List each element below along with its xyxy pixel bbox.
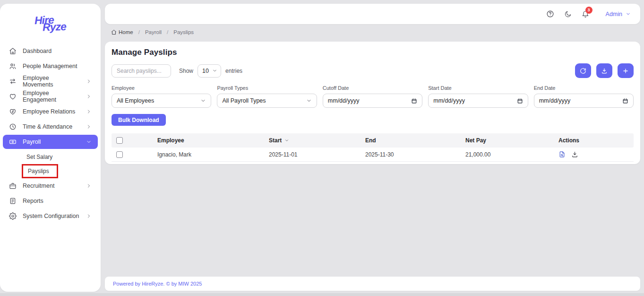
calendar-icon <box>411 98 417 104</box>
help-icon[interactable] <box>546 10 554 18</box>
calendar-icon <box>517 98 523 104</box>
sidebar-item-label: Time & Attendance <box>23 123 72 130</box>
download-payslip-icon[interactable] <box>571 151 578 158</box>
breadcrumb-payroll[interactable]: Payroll <box>145 29 162 35</box>
chevron-down-icon <box>626 11 631 17</box>
payroll-types-select-value: All Payroll Types <box>222 97 266 104</box>
sidebar-item-system-configuration[interactable]: System Configuration <box>3 209 98 223</box>
employee-select-value: All Employees <box>117 97 154 104</box>
report-icon <box>9 197 17 205</box>
start-date-value: mm/dd/yyyy <box>433 97 465 104</box>
sidebar-item-employee-relations[interactable]: Employee Relations <box>3 104 98 119</box>
manage-payslips-card: Manage Payslips Show 10 entries <box>105 42 640 164</box>
header-start[interactable]: Start <box>269 137 365 144</box>
window-bottom-edge <box>0 293 644 296</box>
sidebar-item-label: Recruitment <box>23 183 54 189</box>
sidebar-item-label: Dashboard <box>23 48 52 54</box>
sidebar-subitem-set-salary[interactable]: Set Salary <box>0 150 101 163</box>
filter-label: Payroll Types <box>217 85 317 91</box>
breadcrumb: Home / Payroll / Payslips <box>111 29 194 35</box>
sidebar-item-recruitment[interactable]: Recruitment <box>3 179 98 193</box>
header-end[interactable]: End <box>365 137 465 144</box>
cell-net-pay: 21,000.00 <box>465 151 558 158</box>
filter-label: Employee <box>112 85 211 91</box>
sidebar: Hire Ryze Dashboard People Management <box>0 4 101 292</box>
search-input[interactable] <box>112 64 171 78</box>
gear-icon <box>9 212 17 220</box>
toolbar-row: Show 10 entries <box>112 63 634 78</box>
sidebar-item-reports[interactable]: Reports <box>3 194 98 208</box>
refresh-button[interactable] <box>575 63 591 78</box>
header-net-pay[interactable]: Net Pay <box>465 137 558 144</box>
breadcrumb-separator: / <box>167 29 168 35</box>
sidebar-item-employee-movements[interactable]: Employee Movements <box>3 74 98 88</box>
cell-start: 2025-11-01 <box>269 151 365 158</box>
admin-dropdown[interactable]: Admin <box>606 11 631 17</box>
start-date-input[interactable]: mm/dd/yyyy <box>428 94 528 108</box>
page-title: Manage Payslips <box>112 48 634 57</box>
show-label: Show <box>179 68 193 74</box>
filter-label: End Date <box>534 85 634 91</box>
sidebar-item-payroll[interactable]: Payroll <box>3 135 98 149</box>
header-employee[interactable]: Employee <box>157 137 269 144</box>
card-action-buttons <box>575 63 634 78</box>
people-icon <box>9 62 17 70</box>
sidebar-item-label: People Management <box>23 63 77 70</box>
add-payslip-button[interactable] <box>618 63 634 78</box>
filter-label: Start Date <box>428 85 528 91</box>
sidebar-item-people-management[interactable]: People Management <box>3 59 98 73</box>
payroll-types-filter: Payroll Types All Payroll Types <box>217 85 317 108</box>
dark-mode-moon-icon[interactable] <box>564 10 572 18</box>
chevron-right-icon <box>86 78 92 84</box>
briefcase-icon <box>9 182 17 190</box>
sort-chevron-icon <box>284 138 289 143</box>
chevron-down-icon <box>200 98 206 104</box>
table-row: Ignacio, Mark 2025-11-01 2025-11-30 21,0… <box>112 148 634 162</box>
view-payslip-icon[interactable] <box>558 151 566 158</box>
heart-icon <box>9 93 17 100</box>
chevron-right-icon <box>86 94 92 99</box>
chevron-down-icon <box>212 68 217 73</box>
chevron-right-icon <box>86 183 92 189</box>
cell-end: 2025-11-30 <box>365 151 465 158</box>
sidebar-item-label: System Configuration <box>23 213 79 219</box>
home-icon <box>9 47 17 55</box>
header-actions: Actions <box>558 137 634 144</box>
sidebar-item-dashboard[interactable]: Dashboard <box>3 44 98 58</box>
entries-per-page-select[interactable]: 10 <box>197 64 221 78</box>
select-all-cell <box>112 137 157 144</box>
notifications-bell[interactable]: 3 <box>582 10 589 18</box>
sidebar-subitem-payslips[interactable]: Payslips <box>0 165 101 177</box>
cutoff-date-value: mm/dd/yyyy <box>328 97 360 104</box>
end-date-input[interactable]: mm/dd/yyyy <box>534 94 634 108</box>
row-select-cell <box>112 151 157 158</box>
sidebar-item-employee-engagement[interactable]: Employee Engagement <box>3 89 98 104</box>
footer: Powered by HireRyze. © by MIW 2025 <box>105 277 640 291</box>
start-date-filter: Start Date mm/dd/yyyy <box>428 85 528 108</box>
sidebar-item-label: Employee Relations <box>23 108 75 115</box>
transfer-arrows-icon <box>9 78 17 85</box>
cutoff-date-input[interactable]: mm/dd/yyyy <box>323 94 422 108</box>
sidebar-item-label: Employee Movements <box>23 75 80 88</box>
payroll-types-select[interactable]: All Payroll Types <box>217 94 317 108</box>
annotation-highlight-box: Payslips <box>22 164 58 178</box>
sidebar-item-label: Reports <box>23 198 43 204</box>
breadcrumb-payslips[interactable]: Payslips <box>173 29 194 35</box>
employee-select[interactable]: All Employees <box>112 94 211 108</box>
entries-label: entries <box>225 68 242 74</box>
download-icon <box>601 68 608 74</box>
export-download-button[interactable] <box>596 63 612 78</box>
cell-actions <box>558 151 634 158</box>
filter-label: Cutoff Date <box>323 85 422 91</box>
breadcrumb-home[interactable]: Home <box>111 29 133 35</box>
end-date-value: mm/dd/yyyy <box>539 97 571 104</box>
select-all-checkbox[interactable] <box>116 137 123 144</box>
footer-text: Powered by HireRyze. © by MIW 2025 <box>113 281 202 287</box>
home-icon <box>111 29 117 35</box>
row-checkbox[interactable] <box>116 151 123 158</box>
sidebar-item-time-attendance[interactable]: Time & Attendance <box>3 120 98 134</box>
admin-label: Admin <box>606 11 622 17</box>
submenu-item-label: Payslips <box>28 168 49 174</box>
hireryze-logo: Hire Ryze <box>0 4 101 42</box>
bulk-download-button[interactable]: Bulk Download <box>112 114 166 126</box>
